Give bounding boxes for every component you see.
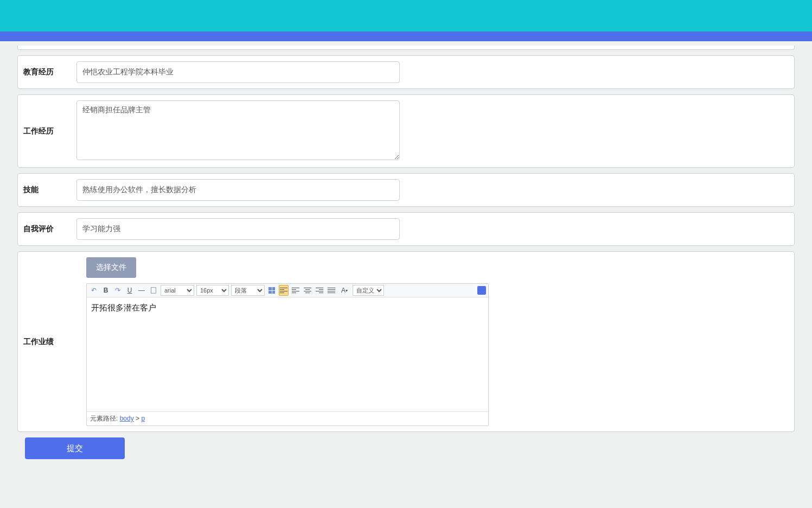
form-container: 教育经历 工作经历 技能 自我评价 工作业绩 选择文件 ↶ B bbox=[0, 41, 812, 472]
path-label: 元素路径: bbox=[90, 415, 118, 422]
document-icon[interactable] bbox=[149, 285, 158, 296]
align-justify-icon[interactable] bbox=[327, 285, 336, 296]
editor-content[interactable]: 开拓很多潜在客户 bbox=[87, 297, 488, 411]
input-skills[interactable] bbox=[76, 179, 400, 201]
editor-footer: 元素路径: body > p bbox=[87, 411, 488, 426]
label-achievement: 工作业绩 bbox=[22, 257, 76, 426]
path-p-link[interactable]: p bbox=[141, 415, 145, 422]
choose-file-button[interactable]: 选择文件 bbox=[86, 257, 136, 278]
underline-icon[interactable]: U bbox=[125, 285, 135, 296]
rich-editor: ↶ B ↷ U — arial 16px 段落 bbox=[86, 283, 489, 426]
textarea-work[interactable] bbox=[76, 100, 400, 160]
input-education[interactable] bbox=[76, 61, 400, 83]
paragraph-select[interactable]: 段落 bbox=[231, 285, 265, 296]
redo-icon[interactable]: ↷ bbox=[113, 285, 123, 296]
field-education: 教育经历 bbox=[17, 55, 795, 89]
font-select[interactable]: arial bbox=[161, 285, 194, 296]
bold-icon[interactable]: B bbox=[101, 285, 111, 296]
font-size-select[interactable]: 16px bbox=[196, 285, 229, 296]
label-skills: 技能 bbox=[22, 185, 76, 195]
align-left-icon[interactable] bbox=[291, 285, 300, 296]
sub-banner bbox=[0, 31, 812, 41]
input-self-eval[interactable] bbox=[76, 218, 400, 240]
align-center-icon[interactable] bbox=[303, 285, 312, 296]
top-banner bbox=[0, 0, 812, 31]
field-self-eval: 自我评价 bbox=[17, 212, 795, 246]
submit-button[interactable]: 提交 bbox=[25, 437, 125, 459]
label-self-eval: 自我评价 bbox=[22, 224, 76, 234]
fullscreen-icon[interactable] bbox=[477, 286, 486, 295]
field-skills: 技能 bbox=[17, 173, 795, 207]
custom-title-select[interactable]: 自定义标题 bbox=[353, 285, 384, 296]
highlight-icon[interactable] bbox=[279, 285, 289, 296]
label-work: 工作经历 bbox=[22, 126, 76, 136]
field-achievement: 工作业绩 选择文件 ↶ B ↷ U — arial 16px bbox=[17, 251, 795, 432]
editor-toolbar: ↶ B ↷ U — arial 16px 段落 bbox=[87, 284, 488, 297]
partial-prev-card bbox=[17, 46, 795, 50]
path-body-link[interactable]: body bbox=[120, 415, 134, 422]
align-right-icon[interactable] bbox=[315, 285, 324, 296]
table-icon[interactable] bbox=[267, 285, 277, 296]
font-color-icon[interactable]: A▾ bbox=[338, 285, 350, 296]
strikethrough-icon[interactable]: — bbox=[137, 285, 146, 296]
label-education: 教育经历 bbox=[22, 67, 76, 77]
svg-rect-0 bbox=[151, 288, 156, 294]
path-sep: > bbox=[134, 415, 142, 422]
field-work: 工作经历 bbox=[17, 94, 795, 168]
undo-icon[interactable]: ↶ bbox=[89, 285, 99, 296]
